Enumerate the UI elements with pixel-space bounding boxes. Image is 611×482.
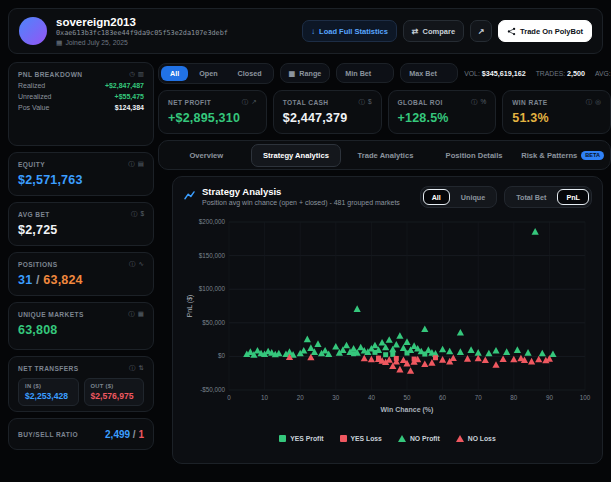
scatter-point[interactable]	[492, 361, 499, 368]
tab-overview[interactable]: Overview	[162, 145, 251, 166]
scatter-point[interactable]	[467, 346, 474, 353]
compare-button[interactable]: ⇄ Compare	[403, 20, 464, 42]
info-icon[interactable]: ⓘ	[128, 160, 135, 169]
scatter-point[interactable]	[492, 347, 499, 354]
pnl-breakdown-card: PNL BREAKDOWN ◷ ▥ Realized +$2,847,487 U…	[8, 62, 154, 146]
scatter-point[interactable]	[407, 367, 414, 374]
scatter-point[interactable]	[421, 326, 428, 333]
scatter-plot[interactable]: $200,000$150,000$100,000$50,000$0-$50,00…	[183, 212, 594, 430]
min-bet-input[interactable]	[336, 63, 394, 83]
tab-position-details[interactable]: Position Details	[430, 145, 519, 166]
filter-all[interactable]: All	[161, 66, 188, 81]
range-button[interactable]: ▦ Range	[280, 63, 331, 83]
x-tick-label: 80	[510, 394, 518, 401]
scatter-chart[interactable]: $200,000$150,000$100,000$50,000$0-$50,00…	[183, 212, 592, 434]
scatter-point[interactable]	[503, 348, 510, 355]
scatter-point[interactable]	[412, 357, 417, 362]
scatter-point[interactable]	[371, 342, 378, 349]
dollar-icon: $	[140, 210, 144, 219]
info-icon[interactable]: ⓘ	[242, 98, 249, 107]
scatter-point[interactable]	[403, 338, 410, 345]
tab-risk-patterns[interactable]: Risk & Patterns BETA	[518, 145, 607, 166]
info-icon[interactable]: ⓘ	[586, 98, 593, 107]
scatter-point[interactable]	[354, 305, 361, 312]
tab-trade-analytics[interactable]: Trade Analytics	[341, 145, 430, 166]
scatter-point[interactable]	[372, 350, 377, 355]
scatter-point[interactable]	[393, 341, 400, 348]
toggle-total-bet[interactable]: Total Bet	[507, 189, 555, 205]
external-link-button[interactable]: ↗	[470, 20, 492, 42]
info-icon[interactable]: ⓘ	[129, 260, 136, 269]
scatter-point[interactable]	[535, 356, 542, 363]
global-roi-card: GLOBAL ROI ⓘ% +128.5%	[388, 90, 497, 134]
scatter-point[interactable]	[450, 354, 457, 361]
unique-markets-title: UNIQUE MARKETS	[18, 311, 84, 318]
scatter-point[interactable]	[475, 349, 482, 356]
scatter-point[interactable]	[422, 352, 427, 357]
scatter-point[interactable]	[394, 356, 399, 361]
clock-icon[interactable]: ◷	[129, 70, 135, 78]
scatter-point[interactable]	[314, 340, 321, 347]
max-bet-input[interactable]	[400, 63, 458, 83]
scatter-point[interactable]	[405, 351, 410, 356]
info-icon[interactable]: ⓘ	[129, 364, 136, 373]
equity-card: EQUITY ⓘ ▤ $2,571,763	[8, 152, 154, 196]
toggle-pnl[interactable]: PnL	[557, 189, 589, 205]
scatter-point[interactable]	[376, 356, 381, 361]
scatter-point[interactable]	[386, 336, 393, 343]
scatter-point[interactable]	[482, 356, 489, 363]
scatter-point[interactable]	[350, 345, 357, 352]
scatter-point[interactable]	[332, 343, 339, 350]
scatter-point[interactable]	[307, 344, 314, 351]
positions-card: POSITIONS ⓘ ∿ 31 / 63,824	[8, 252, 154, 296]
scatter-point[interactable]	[439, 356, 446, 363]
info-icon[interactable]: ⓘ	[471, 98, 478, 107]
x-tick-label: 40	[368, 394, 376, 401]
scatter-point[interactable]	[532, 228, 539, 235]
download-icon: ↓	[311, 27, 315, 36]
bar-chart-icon[interactable]: ▥	[138, 70, 144, 78]
toggle-all[interactable]: All	[423, 189, 450, 205]
info-icon[interactable]: ⓘ	[128, 310, 135, 319]
info-icon[interactable]: ⓘ	[358, 98, 365, 107]
scatter-point[interactable]	[400, 344, 407, 351]
scatter-point[interactable]	[433, 355, 438, 360]
scatter-point[interactable]	[396, 332, 403, 339]
scatter-point[interactable]	[343, 342, 350, 349]
scatter-point[interactable]	[383, 352, 388, 357]
scatter-point[interactable]	[457, 348, 464, 355]
scatter-point[interactable]	[539, 350, 546, 357]
trade-on-polybot-button[interactable]: Trade On PolyBot	[498, 20, 592, 42]
scatter-point[interactable]	[510, 356, 517, 363]
scatter-point[interactable]	[549, 350, 556, 357]
x-tick-label: 0	[227, 394, 231, 401]
net-transfers-title: NET TRANSFERS	[18, 365, 79, 372]
scatter-point[interactable]	[457, 329, 464, 336]
scatter-point[interactable]	[528, 358, 535, 365]
info-icon[interactable]: ⓘ	[131, 210, 138, 219]
scatter-point[interactable]	[485, 350, 492, 357]
scatter-point[interactable]	[396, 366, 403, 373]
scatter-point[interactable]	[368, 356, 375, 363]
scatter-point[interactable]	[439, 346, 446, 353]
scatter-point[interactable]	[475, 355, 482, 362]
pnl-row-realized: Realized +$2,847,487	[18, 82, 144, 89]
net-profit-card: NET PROFIT ⓘ↗ +$2,895,310	[158, 90, 267, 134]
scatter-point[interactable]	[351, 351, 356, 356]
wallet-address[interactable]: 0xae613b3fc183ee44f9da9c05f53e2da107e3de…	[56, 29, 302, 38]
scatter-point[interactable]	[524, 349, 531, 356]
load-full-statistics-button[interactable]: ↓ Load Full Statistics	[302, 20, 397, 42]
tab-strategy-analytics[interactable]: Strategy Analytics	[251, 144, 342, 167]
scatter-point[interactable]	[300, 347, 307, 354]
scatter-point[interactable]	[304, 336, 311, 343]
scatter-point[interactable]	[361, 355, 368, 362]
compare-icon: ⇄	[412, 27, 419, 36]
scatter-point[interactable]	[378, 339, 385, 346]
scatter-point[interactable]	[446, 348, 453, 355]
scatter-point[interactable]	[514, 346, 521, 353]
total-cash-value: $2,447,379	[283, 111, 372, 125]
toggle-unique[interactable]: Unique	[452, 189, 494, 205]
scatter-point[interactable]	[421, 360, 428, 367]
filter-closed[interactable]: Closed	[229, 66, 271, 81]
filter-open[interactable]: Open	[190, 66, 226, 81]
